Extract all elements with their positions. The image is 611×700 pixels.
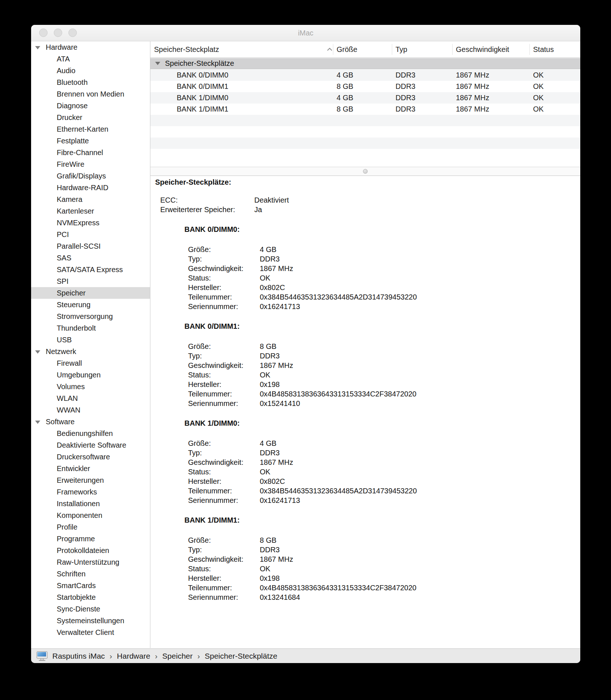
sidebar-item-kamera[interactable]: Kamera [31, 193, 150, 205]
sidebar-item-ata[interactable]: ATA [31, 53, 150, 65]
sidebar-item-kartenleser[interactable]: Kartenleser [31, 205, 150, 217]
title-bar[interactable]: iMac [31, 25, 580, 41]
sidebar-item-protokolldateien[interactable]: Protokolldateien [31, 545, 150, 556]
column-header-status[interactable]: Status [533, 41, 554, 57]
field-label: Teilenummer: [188, 292, 260, 302]
field-value: 0x16241713 [260, 302, 300, 311]
detail-field-line: Seriennummer:0x15241410 [188, 399, 416, 408]
sidebar-item-hardware[interactable]: Hardware [31, 41, 150, 53]
sidebar-item-label: Raw-Unterstützung [57, 556, 119, 568]
sidebar-item-sync-dienste[interactable]: Sync-Dienste [31, 603, 150, 615]
sidebar-item-bluetooth[interactable]: Bluetooth [31, 76, 150, 88]
sidebar-item-festplatte[interactable]: Festplatte [31, 135, 150, 147]
table-row[interactable]: BANK 0/DIMM04 GBDDR31867 MHzOK [150, 69, 580, 81]
disclosure-triangle-icon[interactable] [35, 46, 40, 49]
field-label: Status: [188, 564, 260, 573]
sidebar-item-usb[interactable]: USB [31, 334, 150, 346]
sidebar-item-verwalteter-client[interactable]: Verwalteter Client [31, 626, 150, 638]
cell-slot: BANK 0/DIMM0 [177, 69, 228, 81]
sidebar-item-label: Grafik/Displays [57, 170, 106, 182]
sidebar-item-entwickler[interactable]: Entwickler [31, 463, 150, 474]
cell-status: OK [533, 81, 544, 92]
sidebar-item-profile[interactable]: Profile [31, 521, 150, 533]
disclosure-triangle-icon[interactable] [35, 421, 40, 424]
sidebar-item-systemeinstellungen[interactable]: Systemeinstellungen [31, 615, 150, 626]
sidebar-item-fibre-channel[interactable]: Fibre-Channel [31, 147, 150, 158]
field-value: OK [260, 468, 270, 476]
breadcrumb-item-rasputins-imac[interactable]: Rasputins iMac [52, 652, 105, 661]
sidebar-item-sata-sata-express[interactable]: SATA/SATA Express [31, 264, 150, 275]
sidebar-item-parallel-scsi[interactable]: Parallel-SCSI [31, 240, 150, 252]
sidebar-item-audio[interactable]: Audio [31, 65, 150, 76]
sidebar-item-label: Komponenten [57, 509, 102, 521]
sidebar-item-firewall[interactable]: Firewall [31, 357, 150, 369]
detail-field-line: Typ:DDR3 [188, 254, 417, 264]
breadcrumb-item-speicher[interactable]: Speicher [162, 652, 193, 661]
field-value: 0x802C [260, 477, 285, 485]
sidebar-item-grafik-displays[interactable]: Grafik/Displays [31, 170, 150, 182]
sidebar-item-firewire[interactable]: FireWire [31, 158, 150, 170]
sidebar-item-label: Speicher [57, 287, 86, 299]
table-row[interactable]: BANK 1/DIMM18 GBDDR31867 MHzOK [150, 104, 580, 115]
sidebar-item-wlan[interactable]: WLAN [31, 392, 150, 404]
sidebar-item-speicher[interactable]: Speicher [31, 287, 150, 299]
sidebar-item-programme[interactable]: Programme [31, 533, 150, 545]
sidebar-item-bedienungshilfen[interactable]: Bedienungshilfen [31, 428, 150, 439]
disclosure-triangle-icon[interactable] [155, 62, 160, 65]
breadcrumb-item-speicher-steckpl-tze[interactable]: Speicher-Steckplätze [205, 652, 277, 661]
sidebar-item-startobjekte[interactable]: Startobjekte [31, 591, 150, 603]
sidebar-item-wwan[interactable]: WWAN [31, 404, 150, 416]
column-header-slot[interactable]: Speicher-Steckplatz [154, 41, 219, 57]
sidebar-item-label: Audio [57, 65, 75, 76]
sidebar-item-steuerung[interactable]: Steuerung [31, 299, 150, 311]
sidebar-item-label: SATA/SATA Express [57, 264, 123, 275]
detail-pane: Speicher-Steckplätze: ECC:DeaktiviertErw… [150, 176, 580, 648]
cell-slot: BANK 1/DIMM0 [177, 92, 228, 104]
sidebar-item-label: Fibre-Channel [57, 147, 103, 158]
split-handle-icon[interactable] [363, 169, 368, 174]
sidebar-item-hardware-raid[interactable]: Hardware-RAID [31, 182, 150, 193]
sidebar-item-pci[interactable]: PCI [31, 229, 150, 240]
sidebar-item-volumes[interactable]: Volumes [31, 381, 150, 392]
sidebar-item-brennen-von-medien[interactable]: Brennen von Medien [31, 88, 150, 100]
sidebar-item-nvmexpress[interactable]: NVMExpress [31, 217, 150, 229]
sidebar-item-ethernet-karten[interactable]: Ethernet-Karten [31, 123, 150, 135]
bank-title: BANK 0/DIMM0: [184, 225, 417, 234]
column-header-type[interactable]: Typ [396, 41, 407, 57]
sidebar-item-smartcards[interactable]: SmartCards [31, 580, 150, 591]
sidebar-item-diagnose[interactable]: Diagnose [31, 100, 150, 112]
field-value: 0x16241713 [260, 496, 300, 504]
sidebar-item-netzwerk[interactable]: Netzwerk [31, 346, 150, 357]
sidebar-item-frameworks[interactable]: Frameworks [31, 486, 150, 498]
sidebar-item-umgebungen[interactable]: Umgebungen [31, 369, 150, 381]
sidebar-item-erweiterungen[interactable]: Erweiterungen [31, 474, 150, 486]
sidebar-item-deaktivierte-software[interactable]: Deaktivierte Software [31, 439, 150, 451]
disclosure-triangle-icon[interactable] [35, 350, 40, 354]
table-row[interactable]: BANK 0/DIMM18 GBDDR31867 MHzOK [150, 81, 580, 92]
field-value: 0x4B48583138363643313153334C2F38472020 [260, 390, 416, 398]
field-label: Größe: [188, 245, 260, 254]
column-header-size[interactable]: Größe [337, 41, 357, 57]
sidebar-item-sas[interactable]: SAS [31, 252, 150, 264]
split-bar[interactable] [150, 167, 580, 176]
sidebar-item-thunderbolt[interactable]: Thunderbolt [31, 322, 150, 334]
sidebar-item-komponenten[interactable]: Komponenten [31, 509, 150, 521]
sidebar-item-stromversorgung[interactable]: Stromversorgung [31, 311, 150, 322]
table-row-empty [150, 138, 580, 149]
sidebar-item-software[interactable]: Software [31, 416, 150, 428]
sidebar-item-schriften[interactable]: Schriften [31, 568, 150, 580]
sort-ascending-icon[interactable] [327, 47, 333, 52]
sidebar-item-drucker[interactable]: Drucker [31, 112, 150, 123]
detail-summary-line: Erweiterterer Speicher:Ja [160, 205, 289, 214]
table-group-row[interactable]: Speicher-Steckplätze [150, 58, 580, 69]
breadcrumb-item-hardware[interactable]: Hardware [117, 652, 150, 661]
sidebar-item-label: Sync-Dienste [57, 603, 100, 615]
sidebar-item-spi[interactable]: SPI [31, 275, 150, 287]
sidebar-item-installationen[interactable]: Installationen [31, 498, 150, 509]
sidebar-item-raw-unterst-tzung[interactable]: Raw-Unterstützung [31, 556, 150, 568]
table-row[interactable]: BANK 1/DIMM04 GBDDR31867 MHzOK [150, 92, 580, 104]
field-label: Geschwindigkeit: [188, 264, 260, 273]
sidebar-item-druckersoftware[interactable]: Druckersoftware [31, 451, 150, 463]
field-value: 0x384B54463531323634485A2D314739453220 [260, 487, 417, 495]
column-header-speed[interactable]: Geschwindigkeit [456, 41, 509, 57]
